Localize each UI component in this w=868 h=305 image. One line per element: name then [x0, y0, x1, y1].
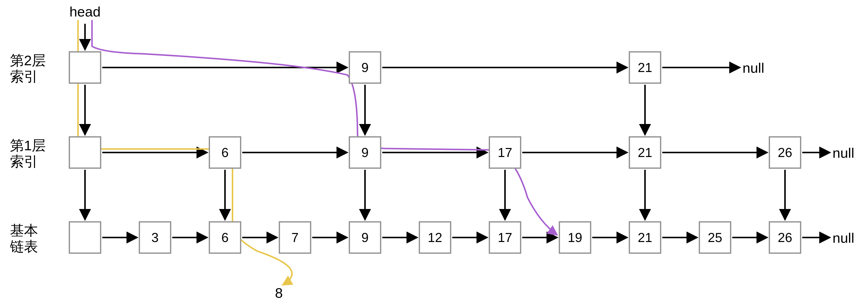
node-26_b: 26 — [769, 221, 801, 254]
node-26_l1: 26 — [769, 136, 801, 169]
node-19_b: 19 — [559, 221, 591, 254]
skiplist-diagram: { "labels": { "head": "head", "level2": … — [0, 0, 868, 305]
node-head_b — [69, 221, 101, 254]
null-label-l2: null — [743, 60, 764, 76]
base-level-label: 基本 链表 — [10, 222, 38, 255]
node-7_b: 7 — [279, 221, 311, 254]
node-17_l1: 17 — [489, 136, 521, 169]
node-6_b: 6 — [209, 221, 241, 254]
arrows-overlay — [0, 0, 868, 305]
null-label-l1: null — [833, 145, 854, 161]
node-21_b: 21 — [629, 221, 661, 254]
node-9_b: 9 — [349, 221, 381, 254]
node-9_l2: 9 — [349, 51, 381, 84]
null-label-base: null — [833, 230, 854, 246]
insert-value-label: 8 — [275, 285, 283, 301]
node-12_b: 12 — [419, 221, 451, 254]
node-21_l1: 21 — [629, 136, 661, 169]
node-6_l1: 6 — [209, 136, 241, 169]
node-head_l1 — [69, 136, 101, 169]
level1-label: 第1层 索引 — [10, 138, 46, 170]
node-9_l1: 9 — [349, 136, 381, 169]
head-label: head — [65, 4, 105, 20]
node-21_l2: 21 — [629, 51, 661, 84]
node-head_l2 — [69, 51, 101, 84]
node-25_b: 25 — [699, 221, 731, 254]
node-3_b: 3 — [139, 221, 171, 254]
level2-label: 第2层 索引 — [10, 53, 46, 85]
node-17_b: 17 — [489, 221, 521, 254]
